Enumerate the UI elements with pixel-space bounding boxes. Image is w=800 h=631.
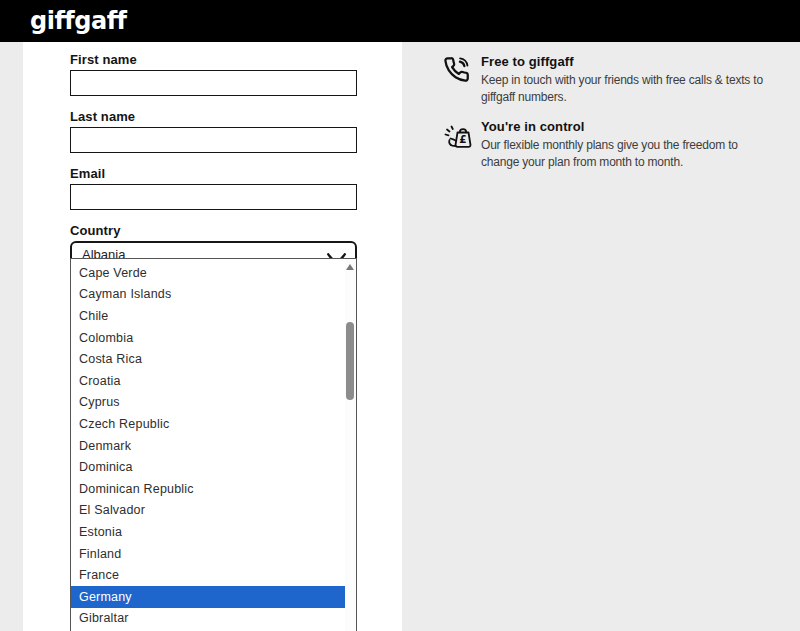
country-option[interactable]: Dominica: [71, 456, 356, 478]
benefit-description: Keep in touch with your friends with fre…: [481, 72, 800, 105]
benefit-text-block: Free to giffgaff Keep in touch with your…: [481, 53, 800, 105]
country-option[interactable]: Cape Verde: [71, 262, 356, 284]
scrollbar-thumb[interactable]: [346, 322, 354, 400]
first-name-input[interactable]: [70, 70, 357, 96]
dropdown-scrollbar[interactable]: [345, 260, 356, 631]
money-bag-hand-icon: £: [443, 118, 481, 170]
country-option[interactable]: France: [71, 564, 356, 586]
phone-call-icon: [443, 53, 481, 105]
country-dropdown-list: Cape VerdeCayman IslandsChileColombiaCos…: [70, 258, 357, 631]
svg-text:£: £: [459, 133, 466, 145]
country-option[interactable]: Chile: [71, 305, 356, 327]
signup-page: giffgaff First name Last name Email Coun…: [0, 0, 800, 631]
top-nav-bar: giffgaff: [0, 0, 800, 42]
benefit-text-block: You're in control Our flexible monthly p…: [481, 118, 800, 170]
giffgaff-logo[interactable]: giffgaff: [30, 0, 127, 42]
email-input[interactable]: [70, 184, 357, 210]
country-option[interactable]: Gibraltar: [71, 608, 356, 630]
benefit-youre-in-control: £ You're in control Our flexible monthly…: [443, 118, 800, 170]
email-label: Email: [70, 166, 357, 182]
country-option[interactable]: Czech Republic: [71, 413, 356, 435]
country-label: Country: [70, 223, 357, 239]
country-option[interactable]: Estonia: [71, 521, 356, 543]
country-option-highlighted[interactable]: Germany: [71, 586, 345, 608]
country-option[interactable]: Costa Rica: [71, 348, 356, 370]
country-option[interactable]: Denmark: [71, 435, 356, 457]
country-option[interactable]: Cyprus: [71, 392, 356, 414]
country-option[interactable]: Cayman Islands: [71, 284, 356, 306]
benefit-free-to-giffgaff: Free to giffgaff Keep in touch with your…: [443, 53, 800, 105]
country-option[interactable]: Dominican Republic: [71, 478, 356, 500]
first-name-label: First name: [70, 52, 357, 68]
country-option[interactable]: Finland: [71, 543, 356, 565]
last-name-label: Last name: [70, 109, 357, 125]
scroll-up-arrow-icon[interactable]: [346, 264, 354, 270]
benefits-panel: Free to giffgaff Keep in touch with your…: [402, 42, 800, 631]
benefit-title: Free to giffgaff: [481, 53, 800, 70]
country-option[interactable]: Colombia: [71, 327, 356, 349]
last-name-input[interactable]: [70, 127, 357, 153]
country-option[interactable]: Croatia: [71, 370, 356, 392]
benefit-title: You're in control: [481, 118, 800, 135]
benefit-description: Our flexible monthly plans give you the …: [481, 137, 800, 170]
country-option[interactable]: El Salvador: [71, 500, 356, 522]
signup-form: First name Last name Email Country Alban…: [70, 42, 357, 267]
